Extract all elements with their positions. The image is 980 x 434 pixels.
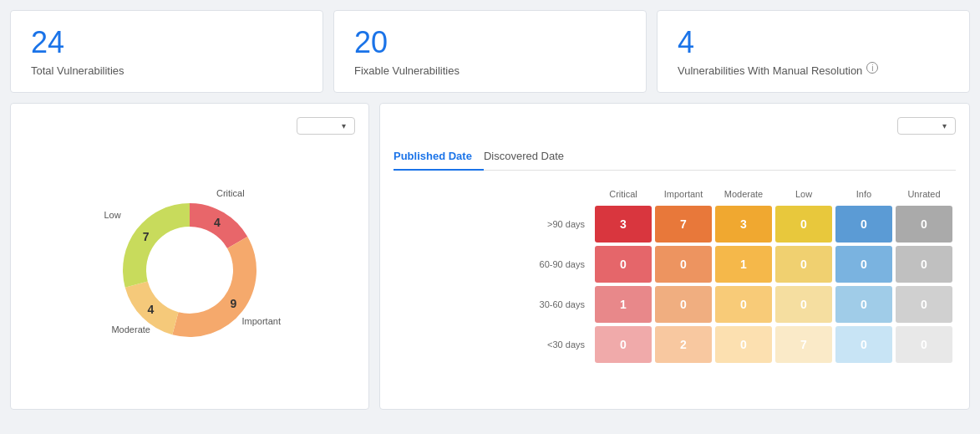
matrix-row: <30 days020700 <box>397 326 952 363</box>
total-vulnerabilities-card: 24Total Vulnerabilities <box>10 10 323 93</box>
matrix-cell[interactable]: 0 <box>715 286 772 323</box>
donut-container: 4947 CriticalImportantModerateLow <box>98 178 282 362</box>
donut-value-critical: 4 <box>214 215 221 228</box>
matrix-cell[interactable]: 7 <box>775 326 832 363</box>
matrix-cell[interactable]: 0 <box>835 286 892 323</box>
matrix-cell[interactable]: 1 <box>715 246 772 283</box>
matrix-cell[interactable]: 3 <box>595 206 652 243</box>
donut-ext-label-low: Low <box>104 210 120 220</box>
donut-ext-label-critical: Critical <box>216 188 245 198</box>
matrix-cell[interactable]: 0 <box>896 286 952 323</box>
chevron-down-icon: ▾ <box>342 121 346 130</box>
matrix-row-label: >90 days <box>397 206 592 243</box>
matrix-col-header-info: Info <box>835 186 892 202</box>
severity-panel: ▾ 4947 CriticalImportantModerateLow <box>10 103 369 410</box>
donut-value-low: 7 <box>143 229 150 243</box>
matrix-cell[interactable]: 0 <box>835 246 892 283</box>
donut-value-important: 9 <box>230 297 236 310</box>
severity-panel-header: ▾ <box>24 117 355 135</box>
matrix-row: >90 days373000 <box>397 206 952 243</box>
matrix-cell[interactable]: 0 <box>715 326 772 363</box>
age-matrix-panel: ▾ Published DateDiscovered Date Critical… <box>379 103 970 410</box>
matrix-cell[interactable]: 7 <box>655 206 712 243</box>
manual-resolution-label-row: Vulnerabilities With Manual Resolutioni <box>678 59 949 77</box>
tab-row: Published DateDiscovered Date <box>394 145 956 171</box>
matrix-cell[interactable]: 0 <box>835 326 892 363</box>
matrix-col-header-critical: Critical <box>595 186 652 202</box>
matrix-cell[interactable]: 1 <box>595 286 652 323</box>
donut-chart-area: 4947 CriticalImportantModerateLow <box>24 145 355 396</box>
matrix-cell[interactable]: 0 <box>835 206 892 243</box>
donut-ext-label-moderate: Moderate <box>111 324 150 334</box>
matrix-row-label: <30 days <box>397 326 592 363</box>
donut-segment-low <box>123 203 190 288</box>
matrix-cell[interactable]: 0 <box>896 326 952 363</box>
donut-value-moderate: 4 <box>147 302 154 315</box>
severity-dropdown[interactable]: ▾ <box>297 117 355 135</box>
manual-resolution-number: 4 <box>678 26 949 59</box>
age-matrix-dropdown[interactable]: ▾ <box>897 117 956 135</box>
matrix-cell[interactable]: 0 <box>896 246 952 283</box>
matrix-cell[interactable]: 0 <box>775 206 832 243</box>
matrix-cell[interactable]: 0 <box>655 246 712 283</box>
total-vulnerabilities-label: Total Vulnerabilities <box>31 64 124 77</box>
matrix-cell[interactable]: 0 <box>595 326 652 363</box>
total-vulnerabilities-label-row: Total Vulnerabilities <box>31 59 302 77</box>
tab-published-date[interactable]: Published Date <box>394 145 484 171</box>
matrix-cell[interactable]: 0 <box>595 246 652 283</box>
matrix-row-label: 30-60 days <box>397 286 592 323</box>
age-matrix-panel-header: ▾ <box>394 117 956 135</box>
matrix-col-header-moderate: Moderate <box>715 186 772 202</box>
chevron-down-icon: ▾ <box>942 121 947 130</box>
matrix-cell[interactable]: 3 <box>715 206 772 243</box>
fixable-vulnerabilities-number: 20 <box>354 26 626 59</box>
matrix-col-header-low: Low <box>775 186 832 202</box>
manual-resolution-label: Vulnerabilities With Manual Resolution <box>678 64 862 77</box>
matrix-cell[interactable]: 0 <box>896 206 952 243</box>
matrix-row: 30-60 days100000 <box>397 286 952 323</box>
tab-discovered-date[interactable]: Discovered Date <box>484 145 576 171</box>
info-icon[interactable]: i <box>866 62 878 74</box>
matrix-row-label: 60-90 days <box>397 246 592 283</box>
bottom-row: ▾ 4947 CriticalImportantModerateLow ▾ Pu… <box>10 103 970 410</box>
matrix-corner <box>397 186 592 202</box>
matrix-cell[interactable]: 2 <box>655 326 712 363</box>
total-vulnerabilities-number: 24 <box>31 26 302 59</box>
fixable-vulnerabilities-card: 20Fixable Vulnerabilities <box>333 10 647 93</box>
manual-resolution-card: 4Vulnerabilities With Manual Resolutioni <box>657 10 970 93</box>
stats-row: 24Total Vulnerabilities20Fixable Vulnera… <box>10 10 970 93</box>
matrix-cell[interactable]: 0 <box>775 286 832 323</box>
matrix-row: 60-90 days001000 <box>397 246 952 283</box>
matrix-cell[interactable]: 0 <box>775 246 832 283</box>
fixable-vulnerabilities-label-row: Fixable Vulnerabilities <box>354 59 626 77</box>
donut-ext-label-important: Important <box>242 316 281 326</box>
matrix-table: CriticalImportantModerateLowInfoUnrated>… <box>394 182 956 366</box>
matrix-col-header-unrated: Unrated <box>896 186 952 202</box>
matrix-cell[interactable]: 0 <box>655 286 712 323</box>
matrix-col-header-important: Important <box>655 186 712 202</box>
fixable-vulnerabilities-label: Fixable Vulnerabilities <box>354 64 460 77</box>
